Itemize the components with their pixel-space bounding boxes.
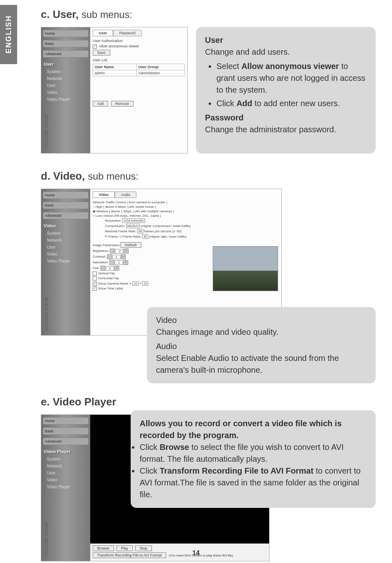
sidebar-title-video: Video <box>43 222 89 229</box>
fr-label: Maximal Frame Rate: <box>105 229 136 233</box>
section-d-title: Video, <box>53 170 85 182</box>
nav-advanced[interactable]: Advanced <box>43 212 89 219</box>
player-sidebar: Home Basic Advanced Video Player System … <box>41 415 90 561</box>
showtime-checkbox[interactable]: ✓ <box>93 287 97 291</box>
brightness-label: Brightness: <box>93 249 109 253</box>
section-c-letter: c. <box>41 8 50 20</box>
sidebar-item[interactable]: User <box>43 244 89 250</box>
stop-button[interactable]: Stop <box>135 545 152 551</box>
th-username: User Name <box>93 64 137 70</box>
piratio-select[interactable]: 30 <box>142 234 148 239</box>
showname-checkbox[interactable]: ✓ <box>93 282 97 286</box>
section-d-heading: d. Video, sub menus: <box>41 170 376 182</box>
allow-anon-checkbox[interactable]: ✓ <box>93 45 97 49</box>
tab-user[interactable]: User <box>93 30 113 36</box>
comp-hint: (Higher compression, lower traffic) <box>141 224 191 228</box>
nav-basic[interactable]: Basic <box>43 427 89 435</box>
callout-player-li2: Click Transform Recording File to AVI Fo… <box>140 465 367 501</box>
framerate-select[interactable]: 30 <box>137 229 143 234</box>
user-list-table: User NameUser Group adminAdministrator <box>93 64 185 76</box>
sidebar-item[interactable]: Network <box>43 237 89 243</box>
nav-basic[interactable]: Basic <box>43 40 89 47</box>
sidebar-item[interactable]: Video Player <box>43 96 89 102</box>
section-d-sub: sub menus: <box>88 171 138 182</box>
user-list-header: User List <box>93 58 185 62</box>
sidebar-item[interactable]: Video Player <box>43 484 89 490</box>
vflip-checkbox[interactable] <box>93 271 97 276</box>
default-button[interactable]: Default <box>120 242 141 248</box>
save-button[interactable]: Save <box>93 50 110 56</box>
contrast-stepper[interactable]: -2+ <box>107 254 126 259</box>
pi-label: P-Frame / I-Frame Ratio: <box>105 235 141 238</box>
sidebar-title-player: Video Player <box>43 448 89 455</box>
nav-home[interactable]: Home <box>43 191 89 199</box>
screenshot-sidebar: Home Basic Advanced User System Network … <box>41 27 90 153</box>
sidebar-item[interactable]: User <box>43 470 89 476</box>
sidebar-item[interactable]: Network <box>43 463 89 469</box>
callout-video-h2: Audio <box>156 340 367 352</box>
browse-button[interactable]: Browse <box>93 545 114 551</box>
comp-label: Compression: <box>105 224 125 228</box>
sidebar-item[interactable]: Video Player <box>43 258 89 264</box>
sidebar-item[interactable]: Video <box>43 89 89 96</box>
language-tab: ENGLISH <box>0 5 17 64</box>
resolution-select[interactable]: VGA 640x480 <box>122 218 145 223</box>
sidebar-title-user: User <box>43 60 89 68</box>
saturation-stepper[interactable]: -2+ <box>109 260 128 265</box>
callout-user-p2: Change the administrator password. <box>205 124 367 136</box>
tab-video[interactable]: Video <box>93 191 115 198</box>
sidebar-item[interactable]: System <box>43 69 89 75</box>
nav-basic[interactable]: Basic <box>43 202 89 209</box>
radio-medium[interactable]: ◉ <box>93 209 96 213</box>
player-controls: Browse Play Stop Transform Recording Fil… <box>90 543 269 561</box>
section-e-title: Video Player <box>53 396 116 408</box>
user-panel: User Password User Authorization ✓ Allow… <box>90 27 187 153</box>
page-content: c. User, sub menus: Home Basic Advanced … <box>41 8 376 414</box>
sidebar-item[interactable]: System <box>43 230 89 236</box>
cell-username[interactable]: admin <box>93 70 137 76</box>
sidebar-item[interactable]: Video <box>43 251 89 257</box>
y-input[interactable]: 10 <box>142 281 148 286</box>
callout-player-li1: Click Browse to select the file you wish… <box>140 441 367 465</box>
add-button[interactable]: Add <box>93 101 108 107</box>
x-input[interactable]: 10 <box>132 281 138 286</box>
codec-note: (You need DivX Codec to play these AVI f… <box>169 554 233 557</box>
sidebar-item[interactable]: Network <box>43 76 89 82</box>
sidebar-item[interactable]: System <box>43 456 89 462</box>
cell-usergroup: Administrator <box>136 70 185 76</box>
radio-high[interactable]: ○ <box>93 205 96 209</box>
callout-user: User Change and add users. Select Allow … <box>196 27 376 154</box>
hue-label: Hue: <box>93 266 100 270</box>
nav-advanced[interactable]: Advanced <box>43 438 89 445</box>
remove-button[interactable]: Remove <box>111 101 134 107</box>
th-usergroup: User Group <box>136 64 185 70</box>
tab-password[interactable]: Password <box>113 30 142 36</box>
table-row: adminAdministrator <box>93 70 185 76</box>
contrast-label: Contrast: <box>93 255 106 258</box>
callout-video-p2: Select Enable Audio to activate the soun… <box>156 352 367 376</box>
callout-user-li1: Select Allow anonymous viewer to grant u… <box>216 60 367 96</box>
transform-button[interactable]: Transform Recording File to AVI Format <box>93 552 166 558</box>
hue-stepper[interactable]: -0+ <box>100 266 119 271</box>
callout-user-h1: User <box>205 34 367 46</box>
callout-video: Video Changes image and video quality. A… <box>147 307 376 383</box>
brightness-stepper[interactable]: --2+ <box>110 249 129 254</box>
sidebar-item[interactable]: Video <box>43 477 89 483</box>
compression-select[interactable]: Medium <box>126 224 140 228</box>
hflip-checkbox[interactable] <box>93 276 97 280</box>
sidebar-item[interactable]: User <box>43 82 89 89</box>
section-c-sub: sub menus: <box>82 9 132 20</box>
callout-video-p1: Changes image and video quality. <box>156 326 367 338</box>
tab-audio[interactable]: Audio <box>115 191 136 198</box>
nav-home[interactable]: Home <box>43 30 89 37</box>
pi-hint: (Higher ratio, lower traffic) <box>149 235 187 238</box>
play-button[interactable]: Play <box>116 545 133 551</box>
img-params-label: Image Parameters <box>93 243 120 247</box>
section-e-letter: e. <box>41 396 50 408</box>
video-sidebar: Home Basic Advanced Video System Network… <box>41 189 90 335</box>
nav-advanced[interactable]: Advanced <box>43 50 89 58</box>
callout-user-li2: Click Add to add enter new users. <box>216 98 367 109</box>
radio-low[interactable]: ○ <box>93 214 96 218</box>
nav-home[interactable]: Home <box>43 417 89 425</box>
basic-setting-label: BASIC SETTING <box>45 523 49 557</box>
